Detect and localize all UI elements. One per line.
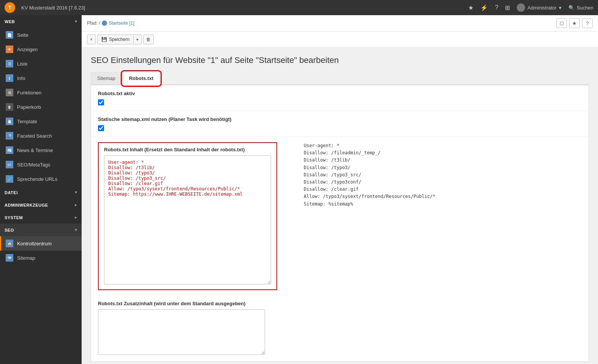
- breadcrumb-actions: ⬡ ★ ?: [556, 18, 593, 28]
- sidebar-section-admin[interactable]: ADMINWERKZEUGE ▸: [0, 199, 82, 211]
- robots-active-checkbox[interactable]: [98, 99, 104, 105]
- grid-icon[interactable]: ⊞: [505, 4, 510, 11]
- sidebar-item-faceted-label: Faceted Search: [17, 133, 52, 139]
- sidebar-item-info[interactable]: ℹ Info: [0, 71, 82, 85]
- sidebar-item-sitemap-label: Sitemap: [17, 255, 35, 261]
- breadcrumb: Pfad: / Startseite [1]: [87, 20, 134, 26]
- help-page-button[interactable]: ?: [582, 18, 593, 28]
- save-button[interactable]: 💾 Speichern: [97, 35, 133, 44]
- sidebar-item-kontrollzentrum[interactable]: 🏠 Kontrollzentrum: [0, 236, 82, 251]
- sidebar-item-seo-label: SEO/MetaTags: [17, 162, 50, 168]
- page-title: SEO Einstellungen für Website "1" auf Se…: [91, 55, 589, 65]
- template-icon: 📋: [6, 118, 13, 125]
- sidebar-section-seo[interactable]: SEO ▾: [0, 224, 82, 236]
- username: Administrator: [527, 5, 557, 11]
- robots-content-label: Robots.txt Inhalt (Ersetzt den Standard …: [104, 147, 271, 152]
- close-button[interactable]: ×: [87, 35, 96, 44]
- sidebar-item-urls[interactable]: 🔗 Sprechende URLs: [0, 172, 82, 186]
- faceted-icon: 🔎: [6, 132, 13, 140]
- robots-zusatz-section: Robots.txt Zusatzinhalt (wird unter dem …: [91, 295, 589, 361]
- static-sitemap-checkbox-wrapper: [98, 125, 582, 131]
- funktionen-icon: ⚙: [6, 89, 13, 96]
- app-title: KV Musterstadt 2016 [7.6.23]: [21, 5, 462, 11]
- sidebar: WEB ▾ 📄 Seite 👁 Anzeigen ☰ Liste ℹ Info …: [0, 15, 82, 364]
- sidebar-item-seo[interactable]: 🏷 SEO/MetaTags: [0, 157, 82, 172]
- robots-default-content: User-agent: * Disallow: /fileadmin/_temp…: [304, 142, 435, 208]
- static-sitemap-checkbox[interactable]: [98, 125, 104, 131]
- help-icon[interactable]: ?: [495, 4, 498, 11]
- info-icon: ℹ: [6, 74, 13, 82]
- flash-icon[interactable]: ⚡: [480, 4, 488, 11]
- sidebar-item-news[interactable]: 📰 News & Termine: [0, 143, 82, 157]
- save-dropdown-button[interactable]: ▾: [133, 35, 142, 44]
- robots-content-border-box: Robots.txt Inhalt (Ersetzt den Standard …: [98, 142, 277, 290]
- sidebar-section-system[interactable]: SYSTEM ▸: [0, 211, 82, 224]
- robots-active-label: Robots.txt aktiv: [98, 91, 582, 96]
- sidebar-item-seite-label: Seite: [17, 32, 28, 38]
- topbar-icons: ★ ⚡ ? ⊞ Administrator ▾ 🔍 Suchen: [468, 3, 593, 12]
- breadcrumb-link-startseite[interactable]: Startseite [1]: [109, 20, 134, 26]
- sidebar-section-web-label: WEB: [5, 19, 15, 24]
- robots-default-line-2: Disallow: /fileadmin/_temp_/: [304, 149, 435, 157]
- robots-active-checkbox-wrapper: [98, 99, 582, 105]
- sidebar-item-template-label: Template: [17, 119, 37, 124]
- sidebar-item-template[interactable]: 📋 Template: [0, 114, 82, 129]
- sidebar-item-news-label: News & Termine: [17, 147, 53, 153]
- toolbar: × 💾 Speichern ▾ 🗑: [82, 31, 598, 48]
- bookmark-page-button[interactable]: ★: [569, 18, 580, 28]
- sidebar-item-papierkorb[interactable]: 🗑 Papierkorb: [0, 100, 82, 114]
- sidebar-section-datei[interactable]: DATEI ▾: [0, 186, 82, 199]
- breadcrumb-startseite-label: Startseite [1]: [109, 20, 134, 26]
- sidebar-item-sitemap[interactable]: 🗺 Sitemap: [0, 251, 82, 265]
- app-logo: T: [5, 2, 15, 13]
- static-sitemap-section: Statische sitemap.xml nutzen (Planer Tas…: [91, 111, 589, 137]
- sidebar-section-admin-chevron: ▸: [75, 202, 77, 207]
- sidebar-item-anzeigen[interactable]: 👁 Anzeigen: [0, 42, 82, 56]
- tab-sitemap-label: Sitemap: [97, 75, 115, 81]
- news-icon: 📰: [6, 146, 13, 154]
- content-area: Pfad: / Startseite [1] ⬡ ★ ? × 💾 Speiche…: [82, 15, 598, 364]
- search-icon: 🔍: [568, 5, 574, 11]
- search-button[interactable]: 🔍 Suchen: [568, 5, 593, 11]
- sidebar-item-anzeigen-label: Anzeigen: [17, 47, 38, 52]
- robots-zusatz-textarea[interactable]: [98, 309, 265, 355]
- sidebar-section-system-chevron: ▸: [75, 215, 77, 220]
- save-label: Speichern: [109, 37, 129, 42]
- robots-default-line-9: Sitemap: %sitemap%: [304, 201, 435, 208]
- robots-content-section: Robots.txt Inhalt (Ersetzt den Standard …: [91, 137, 589, 295]
- sidebar-section-seo-label: SEO: [5, 228, 14, 232]
- sidebar-section-web[interactable]: WEB ▾: [0, 15, 82, 28]
- save-button-group: 💾 Speichern ▾: [97, 35, 142, 44]
- robots-content-textarea[interactable]: User-agent: * Disallow: /t3lib/ Disallow…: [104, 155, 271, 284]
- anzeigen-icon: 👁: [6, 46, 13, 53]
- user-menu[interactable]: Administrator ▾: [517, 3, 562, 12]
- tab-robots-label: Robots.txt: [129, 75, 153, 81]
- sidebar-item-funktionen[interactable]: ⚙ Funktionen: [0, 85, 82, 100]
- robots-default-line-1: User-agent: *: [304, 142, 435, 149]
- papierkorb-icon: 🗑: [6, 103, 13, 111]
- robots-zusatz-label: Robots.txt Zusatzinhalt (wird unter dem …: [98, 301, 582, 306]
- liste-icon: ☰: [6, 60, 13, 67]
- delete-button[interactable]: 🗑: [143, 35, 154, 44]
- sidebar-section-admin-label: ADMINWERKZEUGE: [5, 203, 48, 207]
- tab-sitemap[interactable]: Sitemap: [91, 72, 122, 84]
- tab-robots[interactable]: Robots.txt: [123, 72, 160, 85]
- sidebar-item-seite[interactable]: 📄 Seite: [0, 28, 82, 42]
- page-icon: 📄: [6, 31, 13, 39]
- sidebar-section-system-label: SYSTEM: [5, 215, 23, 220]
- open-external-button[interactable]: ⬡: [556, 18, 567, 28]
- sidebar-item-funktionen-label: Funktionen: [17, 90, 41, 96]
- breadcrumb-separator: /: [99, 20, 100, 26]
- breadcrumb-prefix: Pfad:: [87, 20, 98, 26]
- user-chevron: ▾: [559, 5, 562, 11]
- sidebar-section-web-chevron: ▾: [75, 19, 77, 24]
- robots-default-line-4: Disallow: /typo3/: [304, 164, 435, 171]
- sidebar-item-liste[interactable]: ☰ Liste: [0, 56, 82, 71]
- robots-default-line-6: Disallow: /typo3conf/: [304, 179, 435, 186]
- sidebar-item-info-label: Info: [17, 75, 25, 81]
- bookmark-icon[interactable]: ★: [468, 4, 473, 11]
- sidebar-item-urls-label: Sprechende URLs: [17, 176, 57, 182]
- main-layout: WEB ▾ 📄 Seite 👁 Anzeigen ☰ Liste ℹ Info …: [0, 15, 598, 364]
- sidebar-item-faceted[interactable]: 🔎 Faceted Search: [0, 129, 82, 143]
- sidebar-item-papierkorb-label: Papierkorb: [17, 104, 41, 110]
